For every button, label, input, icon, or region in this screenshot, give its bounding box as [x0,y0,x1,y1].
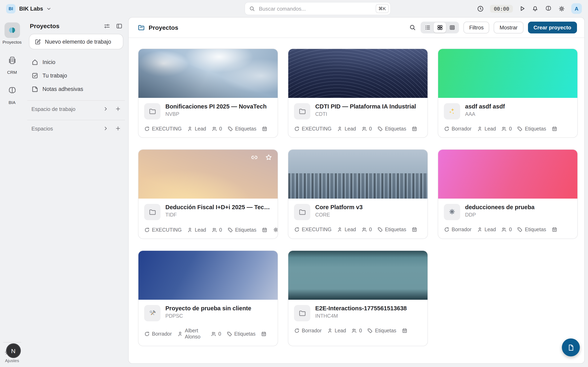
project-tags[interactable]: Etiquetas [517,227,546,233]
members-count: 0 [218,331,221,337]
project-card[interactable]: Proyecto de prueba sin cliente PDPSC Bor… [138,250,278,346]
workspace-switcher[interactable]: BI BIK Labs [6,4,51,13]
calendar-icon[interactable] [552,227,557,233]
copy-link-icon[interactable] [251,154,258,161]
project-card[interactable]: Bonificaciones PI 2025 — NovaTech NVBP E… [138,49,278,138]
add-plus-icon[interactable] [115,125,121,131]
project-lead[interactable]: Lead [187,227,206,233]
calendar-icon[interactable] [262,126,268,132]
clock-icon[interactable] [477,5,484,12]
sidebar-item-inicio[interactable]: Inicio [29,55,123,69]
notifications-bell-icon[interactable] [532,5,539,12]
project-tags[interactable]: Etiquetas [377,227,406,233]
project-title[interactable]: CDTI PID — Plataforma IA Industrial [315,103,416,110]
show-button[interactable]: Mostrar [494,22,523,33]
add-plus-icon[interactable] [115,106,121,112]
search-icon [249,6,255,12]
project-tags[interactable]: Etiquetas [377,126,406,132]
rail-item-bia[interactable]: BIA [4,83,20,105]
project-card[interactable]: CDTI PID — Plataforma IA Industrial CDTI… [288,49,428,138]
project-members[interactable]: 0 [351,328,362,334]
project-card[interactable]: E2E-Interactions-1775561513638 INTHC4M B… [288,250,428,346]
project-status[interactable]: Borrador [294,328,321,334]
command-search[interactable]: ⌘K [245,2,390,15]
section-espacio-de-trabajo[interactable]: Espacio de trabajo [29,102,123,115]
project-title[interactable]: Deducción Fiscal I+D+i 2025 — TechI... [165,204,272,210]
table-view-icon[interactable] [446,22,458,33]
project-tags[interactable]: Etiquetas [227,227,256,233]
brain-ai-icon[interactable] [545,5,552,12]
calendar-icon[interactable] [261,331,267,337]
calendar-icon[interactable] [412,126,417,132]
project-status[interactable]: Borrador [444,126,471,132]
project-lead[interactable]: Lead [187,126,206,132]
project-status[interactable]: Borrador [444,227,471,233]
calendar-icon[interactable] [262,227,268,233]
project-members[interactable]: 0 [212,126,222,132]
project-card[interactable]: asdf asdf asdf AAA Borrador Lead [438,49,578,138]
project-tags[interactable]: Etiquetas [226,331,255,337]
chevron-right-icon[interactable] [103,125,109,131]
project-status[interactable]: Borrador [144,331,172,337]
project-members[interactable]: 0 [501,126,512,132]
project-tags[interactable]: Etiquetas [367,328,396,334]
project-lead[interactable]: Lead [327,328,346,334]
project-members[interactable]: 0 [212,227,222,233]
new-document-fab[interactable] [562,338,580,356]
project-status[interactable]: EXECUTING [144,227,182,233]
new-work-item-button[interactable]: Nuevo elemento de trabajo [29,34,123,49]
filters-button[interactable]: Filtros [463,22,489,33]
settings-gear-icon[interactable] [558,5,565,12]
star-icon[interactable] [265,154,272,161]
project-status[interactable]: EXECUTING [144,126,182,132]
rail-item-proyectos[interactable]: Proyectos [2,22,21,44]
calendar-icon[interactable] [402,328,407,334]
calendar-icon[interactable] [412,227,417,233]
project-lead[interactable]: Lead [477,126,496,132]
play-icon[interactable] [519,5,526,12]
workspace-name: BIK Labs [19,6,43,12]
project-card[interactable]: Deducción Fiscal I+D+i 2025 — TechI... T… [138,149,278,239]
rail-settings[interactable]: N Ajustes [3,342,21,367]
project-code: DDP [465,212,535,218]
project-title[interactable]: asdf asdf asdf [465,103,505,110]
project-card[interactable]: Core Platform v3 CORE EXECUTING Lead [288,149,428,239]
project-lead[interactable]: Lead [477,227,496,233]
tune-filters-icon[interactable] [104,23,110,29]
project-title[interactable]: Bonificaciones PI 2025 — NovaTech [165,103,267,110]
project-lead[interactable]: Lead [337,126,356,132]
project-title[interactable]: E2E-Interactions-1775561513638 [315,305,407,312]
toggle-panel-icon[interactable] [116,23,122,29]
project-tags[interactable]: Etiquetas [227,126,256,132]
calendar-icon[interactable] [552,126,557,132]
grid-view-icon[interactable] [434,22,446,33]
sidebar-item-tu-trabajo[interactable]: Tu trabajo [29,69,123,82]
project-members[interactable]: 0 [361,126,372,132]
project-members[interactable]: 0 [210,331,221,337]
section-espacios[interactable]: Espacios [29,122,123,135]
divider [27,100,125,101]
search-input[interactable] [258,5,375,12]
project-title[interactable]: deduccionees de prueba [465,204,535,210]
create-project-button[interactable]: Crear proyecto [528,22,577,33]
project-title[interactable]: Proyecto de prueba sin cliente [165,305,251,312]
project-lead[interactable]: Lead [337,227,356,233]
project-card[interactable]: deduccionees de prueba DDP Borrador Lead [438,149,578,239]
project-members[interactable]: 0 [501,227,512,233]
timer-value[interactable]: 00:00 [490,5,513,12]
project-lead[interactable]: Albert Alonso [177,328,205,340]
profile-avatar[interactable]: N [6,343,21,358]
rail-item-crm[interactable]: CRM [4,53,20,75]
project-status[interactable]: EXECUTING [294,126,332,132]
sidebar-item-notas-adhesivas[interactable]: Notas adhesivas [29,82,123,96]
project-settings-icon[interactable] [273,227,278,233]
chevron-right-icon[interactable] [103,106,109,112]
project-status[interactable]: EXECUTING [294,227,332,233]
project-icon [294,305,310,321]
project-title[interactable]: Core Platform v3 [315,204,363,210]
search-icon[interactable] [409,24,416,31]
project-tags[interactable]: Etiquetas [517,126,546,132]
list-view-icon[interactable] [421,22,434,33]
user-avatar[interactable]: A [571,3,582,14]
project-members[interactable]: 0 [361,227,372,233]
